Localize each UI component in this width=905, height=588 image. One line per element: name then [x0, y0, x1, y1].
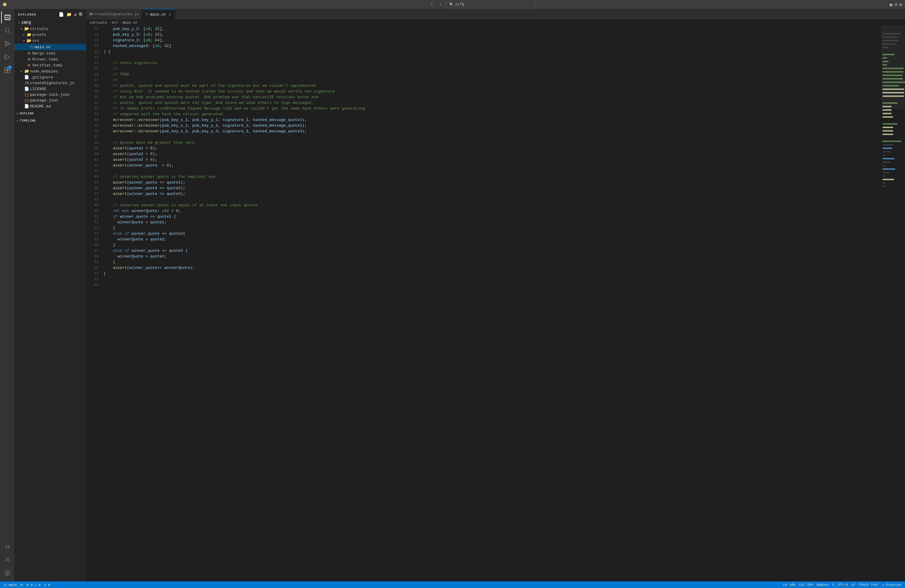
new-file-icon[interactable]: 📄	[58, 11, 65, 17]
activity-explorer[interactable]	[1, 11, 13, 23]
code-line	[102, 168, 881, 174]
code-line: winnerQuote = quote1;	[102, 219, 881, 225]
layout-icon-1[interactable]: ⊟	[894, 2, 897, 7]
svg-rect-43	[883, 130, 893, 132]
svg-rect-55	[883, 175, 886, 177]
file-icon: 📄	[24, 75, 29, 79]
sidebar-item-create-signatures[interactable]: JS createSignatures.js	[14, 80, 86, 86]
config-icon: ⚙	[26, 63, 32, 68]
activity-search[interactable]	[1, 25, 13, 37]
sidebar-item-package-json[interactable]: {} package.json	[14, 98, 86, 103]
sidebar-header: Explorer 📄 📁 ↺ ⎘	[14, 9, 86, 20]
sidebar-item-readme[interactable]: 📄 README.md	[14, 103, 86, 109]
code-line	[102, 282, 881, 288]
sidebar-item-verifier-toml[interactable]: ⚙ Verifier.toml	[14, 62, 86, 68]
svg-point-16	[7, 572, 8, 574]
sidebar-toggle-icon[interactable]: ▣	[890, 2, 892, 7]
svg-rect-57	[883, 182, 886, 184]
activity-source-control[interactable]	[1, 38, 13, 50]
refresh-icon[interactable]: ↺	[74, 11, 78, 17]
svg-rect-48	[883, 151, 890, 153]
code-line: // TODO	[102, 72, 881, 77]
sidebar-item-gitignore[interactable]: 📄 .gitignore	[14, 74, 86, 80]
branch-status[interactable]: ⎇ main	[3, 583, 17, 587]
activity-run[interactable]	[1, 51, 13, 63]
md-file-icon: 📄	[24, 104, 29, 109]
tab-create-signatures[interactable]: JS createSignatures.js	[86, 9, 142, 19]
extensions-badge: 1	[8, 65, 12, 70]
code-line: // quote1, quote2 and quote3 must be par…	[102, 83, 881, 89]
code-line: // compared with the hash the circuit ge…	[102, 111, 881, 117]
new-folder-icon[interactable]: 📁	[66, 11, 72, 17]
svg-rect-52	[883, 165, 886, 167]
sidebar-item-package-lock[interactable]: {} package-lock.json	[14, 92, 86, 98]
activity-extensions[interactable]: 1	[1, 64, 13, 76]
activity-account[interactable]	[1, 554, 13, 566]
code-line: assert(winner_quote== winnerQuote);	[102, 265, 881, 271]
code-line: assert(winner_quote <= quote2);	[102, 185, 881, 191]
sidebar: Explorer 📄 📁 ↺ ⎘ ▾ CRFQ ▾ 📂 circuits ▸ 📁…	[14, 9, 86, 582]
code-line: // but we had problems hashing quotes. O…	[102, 94, 881, 100]
breadcrumb-src[interactable]: src	[112, 21, 118, 25]
language-status[interactable]: Plain Text	[859, 583, 879, 586]
prettier-status[interactable]: ✦ Prettier	[882, 583, 902, 587]
editor-area: JS createSignatures.js Ⓝ main.nr ✕ circu…	[86, 9, 905, 582]
code-line: // selected winner_quote is equal of at …	[102, 202, 881, 208]
sidebar-item-nargo-toml[interactable]: ⚙ Nargo.toml	[14, 50, 86, 56]
sidebar-section-outline[interactable]: ▸ OUTLINE	[14, 109, 86, 116]
eol-status[interactable]: LF	[851, 583, 855, 586]
tab-close-button[interactable]: ✕	[168, 12, 172, 17]
breadcrumb: circuits › src › main.nr	[86, 19, 905, 26]
sidebar-item-circuits[interactable]: ▾ 📂 circuits	[14, 26, 86, 32]
svg-rect-40	[883, 116, 893, 118]
sidebar-item-node-modules[interactable]: ▸ 📁 node_modules	[14, 68, 86, 74]
spaces-status[interactable]: Spaces: 2	[816, 583, 834, 586]
code-line: // using Noir. It needed to be hashed in…	[102, 89, 881, 94]
code-line: //	[102, 77, 881, 83]
sidebar-item-license[interactable]: 📄 LICENSE	[14, 86, 86, 92]
tab-main-nr[interactable]: Ⓝ main.nr ✕	[142, 9, 175, 19]
code-line: assert(winner_quote <= quote3);	[102, 191, 881, 197]
nr-tab-icon: Ⓝ	[145, 12, 148, 16]
code-area[interactable]: pub_key_y_2: [u8; 32], pub_key_y_3: [u8;…	[101, 26, 881, 582]
project-root[interactable]: ▾ CRFQ	[14, 20, 86, 26]
search-value: crfq	[456, 2, 464, 6]
sidebar-item-proofs[interactable]: ▸ 📁 proofs	[14, 32, 86, 38]
warnings-status[interactable]: ✕ 0	[44, 583, 50, 587]
collapse-icon[interactable]: ⎘	[79, 11, 83, 17]
status-left: ⎇ main ⟳ ⊗ 0 ⚠ 0 ✕ 0	[3, 583, 50, 587]
search-bar[interactable]: 🔍 crfq	[446, 1, 536, 8]
errors-status[interactable]: ⊗ 0 ⚠ 0	[27, 583, 40, 587]
sidebar-item-main-nr[interactable]: Ⓝ main.nr	[14, 44, 86, 50]
sidebar-item-src[interactable]: ▾ 📂 src	[14, 38, 86, 44]
activity-json[interactable]: {}	[1, 541, 13, 553]
window-dot	[3, 3, 6, 6]
sidebar-section-timeline[interactable]: ▸ TIMELINE	[14, 116, 86, 124]
main-layout: 1 {} Explorer 📄 📁 ↺	[0, 9, 905, 582]
svg-rect-47	[883, 148, 892, 149]
breadcrumb-main-nr[interactable]: main.nr	[123, 21, 138, 25]
tabs-bar: JS createSignatures.js Ⓝ main.nr ✕	[86, 9, 905, 19]
minimap-svg	[881, 26, 905, 582]
sidebar-item-prover-toml[interactable]: ⚙ Prover.toml	[14, 56, 86, 62]
folder-icon: 📁	[26, 32, 32, 37]
svg-rect-11	[5, 67, 7, 70]
code-line: }	[102, 259, 881, 265]
code-line: }	[102, 225, 881, 231]
js-tab-icon: JS	[89, 13, 93, 16]
file-icon: 📄	[24, 86, 29, 91]
encoding-status[interactable]: UTF-8	[838, 583, 848, 586]
code-line	[102, 54, 881, 60]
activity-settings[interactable]	[1, 567, 13, 579]
code-line	[102, 134, 881, 140]
nav-back-button[interactable]: ‹	[429, 2, 435, 8]
layout-icon-2[interactable]: ⊞	[900, 2, 902, 7]
nav-forward-button[interactable]: ›	[437, 2, 443, 8]
code-line: if winner_quote == quote1 {	[102, 214, 881, 219]
activity-bar-bottom: {}	[1, 541, 13, 582]
sync-status[interactable]: ⟳	[21, 583, 23, 587]
svg-rect-51	[883, 161, 890, 163]
cursor-position[interactable]: Ln 166, Col 189	[783, 583, 813, 586]
svg-point-3	[5, 41, 7, 43]
breadcrumb-circuits[interactable]: circuits	[90, 21, 107, 25]
